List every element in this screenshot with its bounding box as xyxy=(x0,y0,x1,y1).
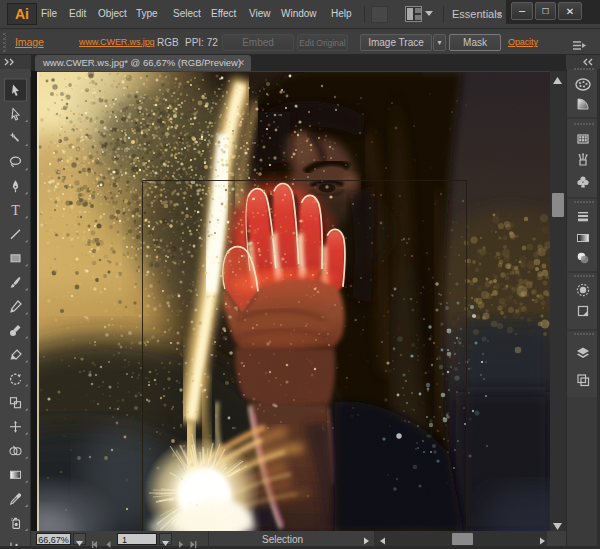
svg-text:T: T xyxy=(11,203,20,218)
